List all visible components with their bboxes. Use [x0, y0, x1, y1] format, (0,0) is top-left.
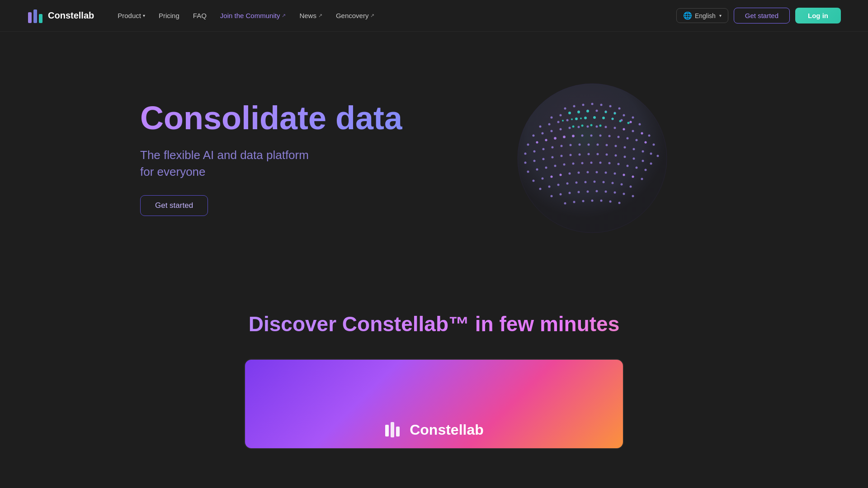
nav-item-news[interactable]: News ↗: [294, 9, 328, 22]
video-preview[interactable]: Constellab: [244, 359, 624, 449]
language-selector[interactable]: 🌐 English ▾: [676, 8, 728, 23]
svg-point-171: [630, 121, 632, 123]
svg-rect-0: [28, 12, 32, 23]
svg-point-45: [632, 130, 634, 132]
svg-point-161: [605, 111, 607, 113]
nav-left: Constellab Product ▾ Pricing FAQ Join th…: [27, 8, 380, 24]
svg-point-22: [539, 126, 542, 128]
svg-point-20: [623, 114, 625, 117]
svg-point-83: [561, 155, 563, 157]
svg-point-36: [551, 130, 553, 132]
brand-name: Constellab: [48, 10, 94, 21]
svg-rect-2: [39, 14, 42, 23]
svg-point-58: [618, 136, 620, 138]
svg-point-142: [564, 202, 566, 205]
svg-point-170: [572, 135, 575, 137]
svg-point-59: [627, 137, 629, 140]
svg-point-87: [597, 153, 599, 155]
logo-link[interactable]: Constellab: [27, 8, 94, 24]
svg-point-37: [560, 128, 562, 131]
svg-point-65: [542, 148, 545, 150]
get-started-button[interactable]: Get started: [734, 8, 790, 23]
svg-point-34: [533, 135, 535, 137]
svg-point-17: [596, 110, 598, 112]
svg-point-62: [653, 144, 655, 146]
svg-point-133: [560, 193, 562, 196]
svg-point-41: [596, 126, 598, 128]
svg-point-162: [614, 113, 616, 115]
svg-point-77: [650, 153, 652, 155]
svg-point-93: [650, 163, 652, 165]
hero-title: Consolidate data: [140, 100, 402, 136]
svg-point-13: [560, 114, 562, 117]
discover-section: Discover Constellab™ in few minutes Cons…: [0, 285, 868, 467]
svg-point-138: [605, 191, 607, 193]
svg-point-73: [615, 145, 617, 147]
svg-point-39: [578, 126, 580, 128]
svg-point-91: [633, 158, 635, 160]
nav-right: 🌐 English ▾ Get started Log in: [676, 8, 841, 23]
nav-links: Product ▾ Pricing FAQ Join the Community…: [112, 9, 380, 22]
svg-point-90: [624, 156, 626, 158]
svg-point-126: [585, 181, 587, 183]
svg-point-109: [542, 178, 544, 180]
hero-subtitle: The flexible AI and data platform for ev…: [140, 147, 321, 180]
svg-point-72: [606, 144, 608, 146]
chevron-down-icon: ▾: [143, 13, 145, 18]
svg-point-69: [579, 144, 581, 146]
svg-point-24: [557, 121, 560, 123]
svg-point-117: [614, 173, 616, 175]
discover-title: Discover Constellab™ in few minutes: [54, 312, 814, 336]
video-preview-logo: Constellab: [384, 420, 484, 439]
login-button[interactable]: Log in: [795, 8, 841, 23]
hero-cta-button[interactable]: Get started: [140, 195, 208, 216]
nav-item-product[interactable]: Product ▾: [112, 9, 151, 22]
svg-point-146: [600, 200, 603, 202]
svg-point-7: [582, 104, 585, 106]
svg-point-67: [561, 145, 563, 147]
svg-point-81: [542, 158, 545, 160]
svg-rect-1: [33, 9, 37, 23]
svg-point-167: [627, 122, 630, 124]
chevron-down-icon: ▾: [719, 13, 722, 18]
svg-point-112: [569, 173, 571, 175]
svg-point-63: [524, 153, 527, 155]
svg-point-40: [587, 126, 589, 128]
language-label: English: [695, 12, 716, 19]
svg-point-106: [636, 167, 638, 169]
svg-point-179: [623, 174, 625, 176]
svg-point-68: [570, 144, 572, 146]
svg-point-150: [584, 117, 587, 119]
nav-item-community[interactable]: Join the Community ↗: [215, 9, 292, 22]
svg-point-123: [557, 184, 560, 186]
logo-icon: [27, 8, 43, 24]
svg-point-156: [599, 125, 602, 127]
svg-rect-184: [396, 427, 400, 436]
svg-point-140: [623, 193, 625, 195]
svg-point-143: [573, 201, 576, 203]
svg-point-99: [572, 163, 575, 165]
svg-point-35: [542, 132, 544, 135]
svg-point-122: [548, 186, 551, 188]
svg-point-103: [609, 162, 611, 164]
svg-point-82: [552, 156, 554, 159]
svg-point-76: [642, 150, 644, 153]
svg-rect-182: [385, 425, 389, 436]
video-brand-name: Constellab: [410, 422, 484, 438]
svg-point-80: [533, 160, 536, 162]
svg-point-102: [599, 162, 602, 164]
nav-item-gencovery[interactable]: Gencovery ↗: [330, 9, 380, 22]
svg-point-66: [552, 146, 554, 149]
nav-item-pricing[interactable]: Pricing: [153, 9, 185, 22]
svg-point-92: [642, 160, 644, 162]
svg-point-177: [560, 174, 562, 176]
svg-point-5: [564, 108, 566, 110]
nav-item-faq[interactable]: FAQ: [188, 9, 212, 22]
svg-point-89: [615, 155, 617, 157]
globe-icon: 🌐: [683, 11, 692, 20]
svg-point-125: [576, 182, 578, 184]
svg-point-33: [639, 123, 641, 126]
svg-point-159: [577, 111, 580, 113]
svg-point-158: [568, 112, 571, 114]
svg-point-108: [533, 180, 535, 182]
